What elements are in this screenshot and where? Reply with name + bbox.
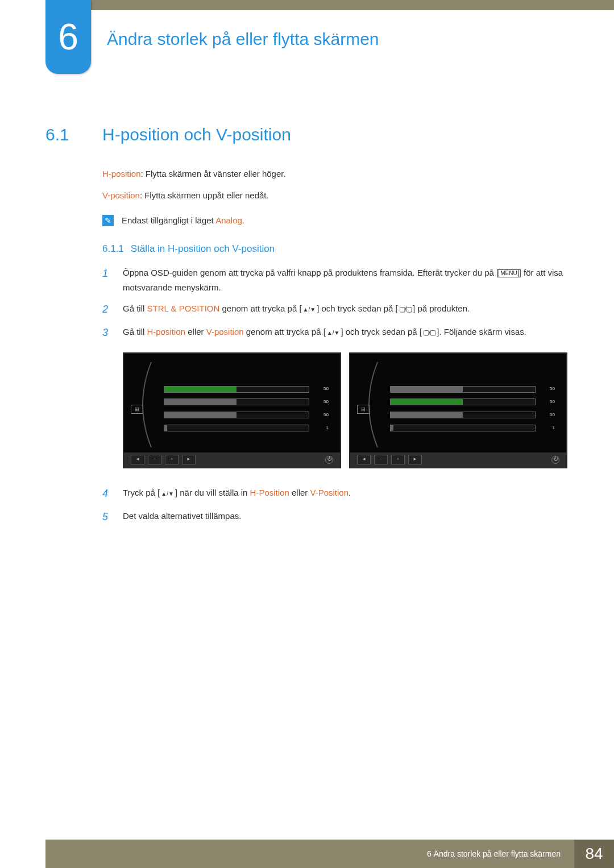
osd-right-main: ⊞ 50 50 50 1 [350,354,566,452]
step-3: 3 Gå till H-position eller V-position ge… [102,325,569,341]
bar-row: 50 [390,398,555,406]
v-position-label: V-position [102,190,140,200]
step-num-4: 4 [102,485,111,502]
osd-panel-left: ⊞ 50 50 50 1 ◄ − + ► ⏻ [123,352,341,468]
osd-left-bars: 50 50 50 1 [164,368,340,437]
up-down-icon [160,485,175,500]
bar-val: 50 [315,385,329,393]
section-title: H-position och V-position [102,125,291,144]
osd-nav-right-icon: ► [408,455,422,464]
note-post: . [242,215,244,225]
osd-left-main: ⊞ 50 50 50 1 [124,354,340,452]
bar-val: 1 [315,425,329,432]
step-num-2: 2 [102,301,111,318]
bar-val: 50 [541,412,555,419]
note-icon: ✎ [102,215,114,226]
footer-page-number: 84 [574,840,614,868]
bar-val: 50 [541,398,555,406]
chapter-number-tab: 6 [45,0,91,74]
bar-row: 1 [164,425,329,432]
h-position-label: H-position [102,169,141,178]
power-icon: ⏻ [325,456,333,464]
osd-right-curve: ⊞ [350,354,390,452]
step3-v: V-position [206,327,244,337]
h-position-text: : Flytta skärmen åt vänster eller höger. [141,169,286,178]
step1-text-a: Öppna OSD-guiden genom att trycka på val… [123,268,499,277]
step4-or: eller [289,488,310,497]
step3-h: H-position [147,327,186,337]
step2-c: ] och tryck sedan på [ [317,304,398,313]
osd-footer: ◄ − + ► ⏻ [124,452,340,467]
osd-screenshots: ⊞ 50 50 50 1 ◄ − + ► ⏻ [123,352,569,468]
top-accent-bar [45,0,614,10]
bar-val: 1 [541,425,555,432]
step4-v: V-Position [310,488,349,497]
step2-menu: STRL & POSITION [147,304,220,313]
chapter-title: Ändra storlek på eller flytta skärmen [107,30,379,49]
body: H-position: Flytta skärmen åt vänster el… [102,167,569,525]
up-down-icon [302,301,317,316]
step-num-1: 1 [102,265,111,282]
step-4: 4 Tryck på [] när du vill ställa in H-Po… [102,485,569,502]
osd-nav-minus-icon: − [148,455,161,464]
osd-left-curve: ⊞ [124,354,164,452]
step-text-3: Gå till H-position eller V-position geno… [123,325,569,339]
step3-b: genom att trycka på [ [244,327,326,337]
chapter-header: 6 Ändra storlek på eller flytta skärmen [0,10,614,74]
position-small-icon: ⊞ [357,405,370,414]
page: 6 Ändra storlek på eller flytta skärmen … [0,0,614,868]
position-small-icon: ⊞ [131,405,143,414]
bar-row: 1 [390,425,555,432]
footer-text: 6 Ändra storlek på eller flytta skärmen [45,840,574,868]
step4-b: ] när du vill ställa in [175,488,250,497]
osd-nav-plus-icon: + [165,455,179,464]
up-down-icon [326,325,341,339]
bar-row: 50 [390,412,555,419]
note-mode: Analog [215,215,242,225]
subsection-number: 6.1.1 [102,241,124,256]
step4-a: Tryck på [ [123,488,160,497]
osd-right-bars: 50 50 50 1 [390,368,566,437]
step-text-4: Tryck på [] när du vill ställa in H-Posi… [123,485,569,500]
page-footer: 6 Ändra storlek på eller flytta skärmen … [0,840,614,868]
bar-row: 50 [390,385,555,393]
step-num-5: 5 [102,509,111,525]
section-number: 6.1 [45,125,102,144]
step2-a: Gå till [123,304,147,313]
step3-c: ] och tryck sedan på [ [341,327,422,337]
bar-val: 50 [541,385,555,393]
step4-end: . [349,488,351,497]
osd-nav-right-icon: ► [182,455,196,464]
enter-boxes-icon [398,304,413,315]
osd-nav-minus-icon: − [374,455,388,464]
step3-d: ]. Följande skärm visas. [437,327,526,337]
osd-footer: ◄ − + ► ⏻ [350,452,566,467]
enter-boxes-icon [422,327,437,338]
step-1: 1 Öppna OSD-guiden genom att trycka på v… [102,265,569,294]
step-5: 5 Det valda alternativet tillämpas. [102,509,569,525]
h-position-desc: H-position: Flytta skärmen åt vänster el… [102,167,569,181]
step-num-3: 3 [102,325,111,341]
menu-icon: MENU [499,269,518,277]
step3-a: Gå till [123,327,147,337]
step3-or: eller [185,327,206,337]
step2-d: ] på produkten. [413,304,470,313]
section-header: 6.1 H-position och V-position [45,125,614,144]
step-text-2: Gå till STRL & POSITION genom att trycka… [123,301,569,316]
step-2: 2 Gå till STRL & POSITION genom att tryc… [102,301,569,318]
subsection-header: 6.1.1 Ställa in H-position och V-positio… [102,241,569,256]
note-text: Endast tillgängligt i läget Analog. [122,214,244,227]
osd-nav-left-icon: ◄ [131,455,144,464]
bar-val: 50 [315,412,329,419]
step2-b: genom att trycka på [ [219,304,301,313]
step-text-1: Öppna OSD-guiden genom att trycka på val… [123,265,569,294]
osd-nav-left-icon: ◄ [357,455,371,464]
bar-row: 50 [164,412,329,419]
bar-row: 50 [164,398,329,406]
bar-val: 50 [315,398,329,406]
power-icon: ⏻ [551,456,559,464]
note-pre: Endast tillgängligt i läget [122,215,215,225]
osd-panel-right: ⊞ 50 50 50 1 ◄ − + ► ⏻ [349,352,567,468]
v-position-text: : Flytta skärmen uppåt eller nedåt. [140,190,269,200]
note-row: ✎ Endast tillgängligt i läget Analog. [102,214,569,227]
